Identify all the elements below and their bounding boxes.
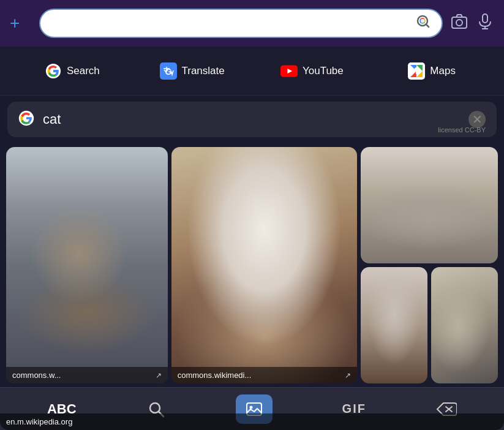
- suggestion-bar[interactable]: cat ✕ licensed CC-BY: [7, 102, 497, 137]
- quick-link-youtube-label: YouTube: [303, 65, 344, 77]
- search-bar[interactable]: [39, 9, 443, 38]
- external-link-icon-2: ↗: [345, 371, 351, 380]
- image-card-2[interactable]: commons.wikimedi... ↗: [171, 147, 357, 383]
- quick-link-maps[interactable]: Maps: [372, 62, 492, 80]
- camera-icon[interactable]: [450, 12, 468, 35]
- image-card-4[interactable]: [361, 267, 427, 383]
- suggestion-close-button[interactable]: ✕: [468, 111, 486, 128]
- image-source-2: commons.wikimedi... ↗: [171, 367, 357, 383]
- translate-icon: G: [160, 62, 177, 80]
- quick-link-maps-label: Maps: [430, 65, 456, 77]
- image-card-1[interactable]: commons.w... ↗: [6, 147, 168, 383]
- quick-link-search[interactable]: Search: [12, 62, 132, 80]
- new-tab-button[interactable]: +: [10, 13, 32, 33]
- image-grid: commons.w... ↗ commons.wikimedi... ↗ en.…: [0, 143, 504, 387]
- top-bar: +: [0, 0, 504, 47]
- external-link-icon-1: ↗: [156, 371, 162, 380]
- suggestion-text: cat: [43, 111, 468, 127]
- quick-link-youtube[interactable]: YouTube: [252, 62, 372, 80]
- svg-point-21: [249, 405, 252, 409]
- svg-rect-4: [483, 14, 487, 23]
- svg-point-3: [456, 20, 462, 26]
- image-card-right-group: en.m.wikipedia.org: [361, 147, 498, 383]
- quick-link-translate-label: Translate: [182, 65, 225, 77]
- image-card-5[interactable]: [431, 267, 498, 383]
- svg-rect-2: [452, 17, 467, 28]
- image-source-1: commons.w... ↗: [6, 367, 168, 383]
- quick-link-search-label: Search: [67, 65, 100, 77]
- search-input[interactable]: [51, 17, 416, 30]
- microphone-icon[interactable]: [476, 12, 494, 35]
- quick-link-translate[interactable]: G Translate: [132, 62, 252, 80]
- image-card-bottom-pair: [361, 267, 498, 383]
- licensed-label: licensed CC-BY: [438, 126, 486, 134]
- image-card-3[interactable]: [361, 147, 498, 263]
- maps-icon: [408, 62, 425, 80]
- quick-links-bar: Search G Translate YouTube: [0, 47, 504, 96]
- lens-icon[interactable]: [416, 14, 431, 32]
- google-search-icon: [45, 62, 62, 80]
- youtube-icon: [280, 62, 298, 80]
- suggestion-google-icon: [18, 110, 34, 129]
